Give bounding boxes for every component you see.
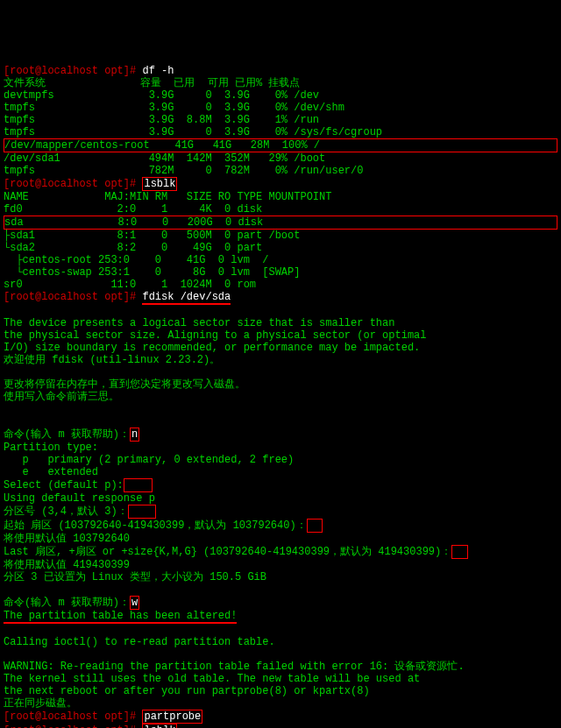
fdisk-text: 欢迎使用 fdisk (util-linux 2.23.2)。	[4, 354, 220, 366]
fdisk-text: 正在同步磁盘。	[4, 697, 77, 710]
empty-input[interactable]	[128, 505, 157, 519]
lsblk-header: NAME MAJ:MIN RM SIZE RO TYPE MOUNTPOINT	[4, 191, 331, 203]
df-row: /dev/sda1 494M 142M 352M 29% /boot	[4, 152, 325, 165]
lsblk-row: sr0 11:0 1 1024M 0 rom	[4, 279, 256, 291]
fdisk-warn: the next reboot or after you run partpro…	[4, 685, 370, 697]
df-row: tmpfs 3.9G 0 3.9G 0% /dev/shm	[4, 102, 344, 114]
lsblk-row: fd0 2:0 1 4K 0 disk	[4, 203, 268, 216]
lsblk-row: ├sda1 8:1 0 500M 0 part /boot	[4, 230, 300, 242]
fdisk-text: 更改将停留在内存中，直到您决定将更改写入磁盘。	[4, 378, 245, 391]
fdisk-text: 分区号 (3,4，默认 3)：	[4, 505, 128, 518]
df-header: 文件系统 容量 已用 可用 已用% 挂载点	[4, 77, 300, 89]
fdisk-text: p primary (2 primary, 0 extended, 2 free…	[4, 454, 294, 466]
cmd-lsblk: lsblk	[142, 724, 177, 728]
fdisk-text: The device presents a logical sector siz…	[4, 317, 394, 329]
fdisk-prompt: 命令(输入 m 获取帮助)：	[4, 428, 130, 441]
fdisk-text: 将使用默认值 419430399	[4, 559, 130, 571]
lsblk-row: └sda2 8:2 0 49G 0 part	[4, 242, 268, 254]
fdisk-text: e extended	[4, 466, 98, 478]
fdisk-text: I/O) size boundary is recommended, or pe…	[4, 342, 420, 354]
fdisk-text: 将使用默认值 103792640	[4, 533, 130, 545]
fdisk-prompt: 命令(输入 m 获取帮助)：	[4, 597, 130, 609]
df-row: tmpfs 3.9G 0 3.9G 0% /sys/fs/cgroup	[4, 126, 382, 138]
fdisk-text: 使用写入命令前请三思。	[4, 391, 119, 403]
fdisk-text: 分区 3 已设置为 Linux 类型，大小设为 150.5 GiB	[4, 571, 266, 583]
cmd-lsblk: lsblk	[142, 177, 177, 191]
fdisk-warn: The kernel still uses the old table. The…	[4, 673, 420, 685]
fdisk-text: Using default response p	[4, 492, 155, 505]
fdisk-input-w[interactable]: w	[130, 596, 139, 610]
empty-input[interactable]	[451, 545, 467, 559]
shell-prompt: [root@localhost opt]#	[4, 178, 142, 190]
cmd-df: df -h	[142, 65, 174, 77]
df-row: devtmpfs 3.9G 0 3.9G 0% /dev	[4, 89, 319, 102]
shell-prompt: [root@localhost opt]#	[4, 724, 142, 728]
empty-input[interactable]	[124, 478, 153, 492]
df-row-highlight: /dev/mapper/centos-root 41G 41G 28M 100%…	[4, 138, 557, 152]
cmd-partprobe: partprobe	[142, 710, 202, 724]
shell-prompt: [root@localhost opt]#	[4, 291, 142, 303]
lsblk-row: └centos-swap 253:1 0 8G 0 lvm [SWAP]	[4, 266, 300, 279]
fdisk-input-n[interactable]: n	[130, 428, 139, 442]
df-row: tmpfs 3.9G 8.8M 3.9G 1% /run	[4, 114, 319, 126]
cmd-fdisk: fdisk /dev/sda	[142, 291, 231, 305]
fdisk-warn: WARNING: Re-reading the partition table …	[4, 661, 465, 673]
shell-prompt: [root@localhost opt]#	[4, 65, 142, 77]
fdisk-text: The partition table has been altered!	[4, 610, 237, 624]
fdisk-text: Calling ioctl() to re-read partition tab…	[4, 636, 275, 648]
empty-input[interactable]	[307, 519, 323, 533]
fdisk-text: Partition type:	[4, 442, 98, 454]
fdisk-text: Select (default p):	[4, 479, 124, 491]
terminal: [root@localhost opt]# df -h 文件系统 容量 已用 可…	[4, 53, 557, 728]
fdisk-text: Last 扇区, +扇区 or +size{K,M,G} (103792640-…	[4, 546, 451, 558]
df-row: tmpfs 782M 0 782M 0% /run/user/0	[4, 165, 363, 177]
lsblk-row: ├centos-root 253:0 0 41G 0 lvm /	[4, 254, 268, 266]
fdisk-text: 起始 扇区 (103792640-419430399，默认为 103792640…	[4, 519, 307, 532]
shell-prompt: [root@localhost opt]#	[4, 710, 142, 723]
fdisk-text: the physical sector size. Aligning to a …	[4, 329, 426, 342]
lsblk-row-highlight: sda 8:0 0 200G 0 disk	[4, 216, 557, 230]
